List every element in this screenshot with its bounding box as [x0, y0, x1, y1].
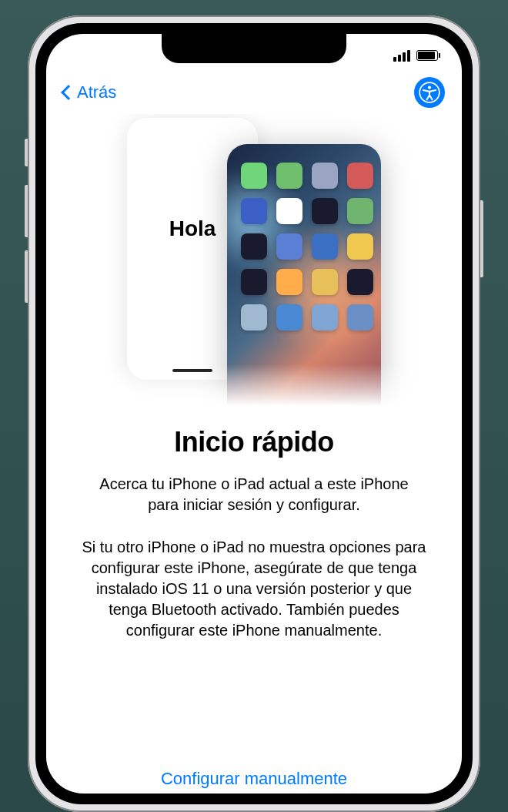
- screen: Atrás Hola: [46, 34, 462, 794]
- chevron-left-icon: [61, 85, 76, 100]
- primary-description: Acerca tu iPhone o iPad actual a este iP…: [77, 474, 431, 515]
- svg-point-1: [428, 86, 431, 89]
- app-icon: [241, 163, 267, 189]
- greeting-text: Hola: [169, 216, 216, 241]
- app-icon: [241, 233, 267, 260]
- notch: [162, 34, 346, 63]
- app-icon: [312, 304, 338, 331]
- app-icon: [347, 233, 373, 260]
- app-icon: [312, 233, 338, 260]
- app-icon: [347, 304, 373, 331]
- device-frame: Atrás Hola: [28, 15, 480, 812]
- app-icon: [276, 269, 302, 295]
- app-icon: [276, 198, 302, 224]
- accessibility-button[interactable]: [414, 77, 445, 108]
- navigation-bar: Atrás: [46, 71, 462, 114]
- configure-manually-button[interactable]: Configurar manualmente: [46, 755, 462, 794]
- app-icon: [241, 304, 267, 331]
- quick-start-illustration: Hola: [46, 114, 462, 411]
- configure-manually-label: Configurar manualmente: [161, 769, 347, 788]
- app-icon: [347, 163, 373, 189]
- back-button[interactable]: Atrás: [63, 82, 116, 102]
- app-icon: [312, 198, 338, 224]
- app-icon: [276, 304, 302, 331]
- app-icon: [347, 269, 373, 295]
- secondary-description: Si tu otro iPhone o iPad no muestra opci…: [77, 537, 431, 641]
- app-icon: [241, 198, 267, 224]
- accessibility-icon: [419, 82, 440, 103]
- cellular-signal-icon: [393, 50, 410, 62]
- back-label: Atrás: [77, 82, 116, 102]
- app-icon: [312, 269, 338, 295]
- main-content: Inicio rápido Acerca tu iPhone o iPad ac…: [46, 411, 462, 641]
- app-icon: [241, 269, 267, 295]
- page-title: Inicio rápido: [77, 426, 431, 458]
- app-icon: [276, 163, 302, 189]
- app-icon: [276, 233, 302, 260]
- app-icon: [347, 198, 373, 224]
- battery-icon: [416, 50, 440, 61]
- app-icon: [312, 163, 338, 189]
